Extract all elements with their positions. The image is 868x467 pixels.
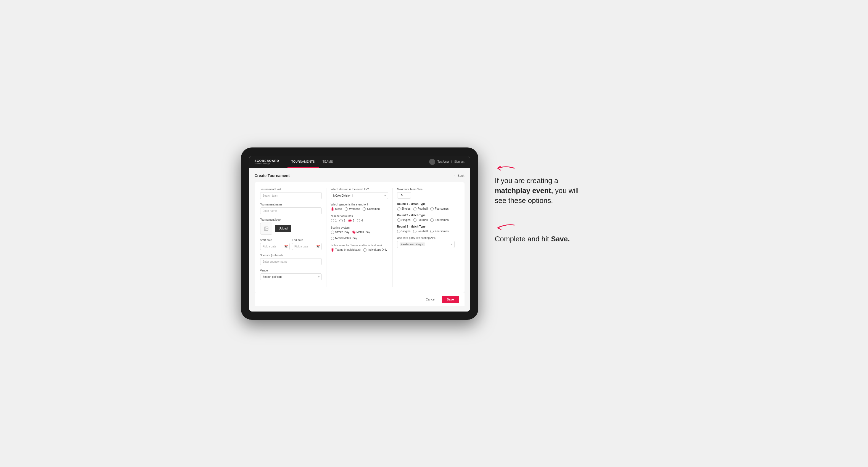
round2-singles[interactable]: Singles: [397, 218, 411, 222]
sign-out-button[interactable]: Sign out: [454, 160, 465, 163]
round3-radio-group: Singles Fourball Foursomes: [397, 230, 455, 233]
round3-singles-radio[interactable]: [397, 230, 400, 233]
outer-wrapper: SCOREBOARD Powered by clippit TOURNAMENT…: [241, 148, 627, 320]
scoring-match[interactable]: Match Play: [352, 230, 370, 234]
upload-button[interactable]: Upload: [275, 225, 291, 232]
save-button[interactable]: Save: [442, 296, 459, 303]
round-2[interactable]: 2: [339, 219, 345, 222]
avatar: [429, 159, 435, 165]
round-3-radio[interactable]: [348, 219, 351, 222]
round-2-radio[interactable]: [339, 219, 343, 222]
tablet-frame: SCOREBOARD Powered by clippit TOURNAMENT…: [241, 148, 478, 320]
tab-teams[interactable]: TEAMS: [319, 156, 337, 168]
gender-womens-label: Womens: [349, 208, 360, 211]
rounds-label: Number of rounds: [331, 215, 388, 218]
scoring-medal-label: Medal Match Play: [335, 237, 357, 240]
gender-mens-radio[interactable]: [331, 208, 334, 211]
round3-section: Round 3 - Match Type Singles Fourball: [397, 225, 455, 233]
bottom-bar: Cancel Save: [255, 293, 465, 306]
max-team-size-label: Maximum Team Size: [397, 188, 455, 191]
round1-foursomes[interactable]: Foursomes: [430, 207, 448, 211]
round3-singles-label: Singles: [402, 230, 411, 233]
tournament-host-input[interactable]: [260, 192, 322, 199]
tablet-screen: SCOREBOARD Powered by clippit TOURNAMENT…: [249, 156, 470, 312]
gender-womens-radio[interactable]: [345, 208, 348, 211]
individuals-label-text: Individuals Only: [368, 248, 387, 251]
gender-mens[interactable]: Mens: [331, 208, 342, 211]
division-label: Which division is the event for?: [331, 188, 388, 191]
end-date-label: End date: [292, 239, 322, 242]
right-column: Maximum Team Size Round 1 - Match Type S…: [393, 188, 459, 287]
round2-foursomes-label: Foursomes: [435, 218, 448, 221]
round3-singles[interactable]: Singles: [397, 230, 411, 233]
round-4-radio[interactable]: [357, 219, 360, 222]
teams-radio[interactable]: [331, 248, 334, 252]
api-remove-button[interactable]: ×: [422, 243, 423, 246]
division-select[interactable]: NCAA Division I NCAA Division II NCAA Di…: [331, 192, 388, 199]
sponsor-label: Sponsor (optional): [260, 254, 322, 257]
round2-fourball-radio[interactable]: [413, 218, 416, 222]
round1-radio-group: Singles Fourball Foursomes: [397, 207, 455, 211]
separator: |: [451, 160, 452, 163]
nav-bar: SCOREBOARD Powered by clippit TOURNAMENT…: [249, 156, 470, 168]
scoring-match-label: Match Play: [356, 230, 370, 234]
tournament-logo-label: Tournament logo: [260, 218, 322, 221]
gender-combined[interactable]: Combined: [363, 208, 380, 211]
teams-option[interactable]: Teams (+Individuals): [331, 248, 361, 252]
round2-fourball[interactable]: Fourball: [413, 218, 428, 222]
annotation-top: If you are creating a matchplay event, y…: [495, 164, 627, 206]
gender-radio-group: Mens Womens Combined: [331, 208, 388, 211]
division-group: Which division is the event for? NCAA Di…: [331, 188, 388, 199]
round3-foursomes-radio[interactable]: [430, 230, 434, 233]
teams-individuals-group: Is this event for Teams and/or Individua…: [331, 244, 388, 252]
scoring-stroke-radio[interactable]: [331, 230, 334, 234]
round2-foursomes-radio[interactable]: [430, 218, 434, 222]
round2-singles-radio[interactable]: [397, 218, 400, 222]
scoring-stroke[interactable]: Stroke Play: [331, 230, 349, 234]
scoring-group: Scoring system Stroke Play Match Play: [331, 226, 388, 240]
logo-placeholder: [260, 223, 272, 235]
middle-column: Which division is the event for? NCAA Di…: [327, 188, 393, 287]
gender-combined-radio[interactable]: [363, 208, 366, 211]
max-team-size-group: Maximum Team Size: [397, 188, 455, 198]
start-date-field: Start date 📅: [260, 239, 290, 250]
back-button[interactable]: ← Back: [454, 174, 465, 177]
api-selected-value: Leaderboard King: [401, 243, 421, 246]
tab-tournaments[interactable]: TOURNAMENTS: [287, 156, 319, 168]
venue-select[interactable]: Search golf club: [260, 273, 322, 280]
round1-singles-radio[interactable]: [397, 207, 400, 211]
round3-foursomes[interactable]: Foursomes: [430, 230, 448, 233]
max-team-size-input[interactable]: [397, 192, 411, 198]
individuals-radio[interactable]: [363, 248, 367, 252]
scoring-medal[interactable]: Medal Match Play: [331, 237, 357, 240]
round-1[interactable]: 1: [331, 219, 337, 222]
gender-womens[interactable]: Womens: [345, 208, 360, 211]
round2-title: Round 2 - Match Type: [397, 214, 455, 217]
round1-singles[interactable]: Singles: [397, 207, 411, 211]
venue-label: Venue: [260, 269, 322, 272]
end-date-field: End date 📅: [292, 239, 322, 250]
scoring-medal-radio[interactable]: [331, 237, 334, 240]
left-column: Tournament Host Tournament name Tourname…: [260, 188, 327, 287]
round3-fourball-radio[interactable]: [413, 230, 416, 233]
round-4[interactable]: 4: [357, 219, 363, 222]
individuals-option[interactable]: Individuals Only: [363, 248, 387, 252]
round1-fourball[interactable]: Fourball: [413, 207, 428, 211]
round2-section: Round 2 - Match Type Singles Fourball: [397, 214, 455, 222]
sponsor-input[interactable]: [260, 258, 322, 265]
annotation-bottom-text: Complete and hit Save.: [495, 234, 583, 244]
teams-label: Is this event for Teams and/or Individua…: [331, 244, 388, 247]
round2-foursomes[interactable]: Foursomes: [430, 218, 448, 222]
gender-combined-label: Combined: [367, 208, 380, 211]
round3-fourball[interactable]: Fourball: [413, 230, 428, 233]
scoring-match-radio[interactable]: [352, 230, 355, 234]
sponsor-group: Sponsor (optional): [260, 254, 322, 265]
tournament-name-label: Tournament name: [260, 203, 322, 206]
cancel-button[interactable]: Cancel: [422, 296, 439, 303]
round1-foursomes-radio[interactable]: [430, 207, 434, 211]
round1-fourball-radio[interactable]: [413, 207, 416, 211]
round-3[interactable]: 3: [348, 219, 354, 222]
round2-singles-label: Singles: [402, 218, 411, 221]
tournament-name-input[interactable]: [260, 208, 322, 214]
round-1-radio[interactable]: [331, 219, 334, 222]
